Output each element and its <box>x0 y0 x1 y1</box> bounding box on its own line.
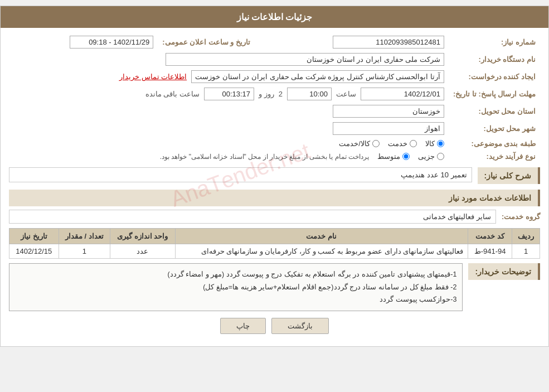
process-jozii-option[interactable]: جزیی <box>418 152 444 161</box>
col-unit: واحد اندازه گیری <box>110 229 176 244</box>
buyer-note-line: 2- فقط مبلغ کل در سامانه ستاد درج گردد(ج… <box>15 281 456 294</box>
cell-row: 1 <box>512 244 540 259</box>
announce-value: 1402/11/29 - 09:18 <box>70 36 153 49</box>
buyer-notes-box: 1-قیمتهای پیشنهادی تامین کننده در برگه ا… <box>9 263 463 311</box>
category-label: طبقه بندی موضوعی: <box>449 137 540 150</box>
buyer-notes-section: توضيحات خريدار: 1-قیمتهای پیشنهادی تامین… <box>9 263 540 311</box>
remaining-time: 00:13:17 <box>204 88 254 100</box>
buyer-note-line: 1-قیمتهای پیشنهادی تامین کننده در برگه ا… <box>15 268 456 281</box>
city-value: اهواز <box>333 122 444 135</box>
deadline-time: 10:00 <box>287 88 332 100</box>
remaining-label: ساعت باقی مانده <box>145 90 200 98</box>
page-title: جزئيات اطلاعات نياز <box>237 12 313 22</box>
buyer-note-line: 3-حوازکسب پیوست گردد <box>15 293 456 306</box>
page-header: جزئيات اطلاعات نياز <box>1 6 548 28</box>
cell-code: 941-94-ط <box>468 244 512 259</box>
creator-value: آرتا ابوالحسنی کارشناس کنترل پروژه شرکت … <box>191 70 444 83</box>
cell-name: فعالیتهای سازمانهای دارای عضو مربوط به ک… <box>175 244 468 259</box>
days-value: 2 <box>279 90 283 98</box>
back-button[interactable]: بازگشت <box>271 318 329 334</box>
info-table: شماره نياز: 1102093985012481 تاریخ و ساع… <box>9 33 540 163</box>
creator-label: ایجاد کننده درخواست: <box>449 68 540 85</box>
buyer-notes-label: توضيحات خريدار: <box>468 263 540 280</box>
cell-date: 1402/12/15 <box>9 244 59 259</box>
process-note: پرداخت تمام یا بخشی از مبلغ خریدار از مح… <box>160 153 369 161</box>
request-number-value: 1102093985012481 <box>333 36 444 49</box>
buyer-org-label: نام دستگاه خريدار: <box>449 51 540 68</box>
description-box: AnaТender.net تعمیر 10 عدد هندیمپ <box>9 167 472 182</box>
col-code: کد خدمت <box>468 229 512 244</box>
description-value: تعمیر 10 عدد هندیمپ <box>401 171 467 179</box>
cell-unit: عدد <box>110 244 176 259</box>
table-row: 1 941-94-ط فعالیتهای سازمانهای دارای عضو… <box>9 244 540 259</box>
col-qty: تعداد / مقدار <box>59 229 110 244</box>
deadline-date: 1402/12/01 <box>361 88 444 100</box>
creator-contact-link[interactable]: اطلاعات تماس خریدار <box>119 72 187 81</box>
col-name: نام خدمت <box>175 229 468 244</box>
services-table: ردیف کد خدمت نام خدمت واحد اندازه گیری ت… <box>9 228 540 259</box>
province-value: خوزستان <box>333 105 444 118</box>
service-group-value: سایر فعالیتهای خدماتی <box>9 210 496 224</box>
services-section-header: اطلاعات خدمات مورد نياز <box>9 190 540 206</box>
process-label: نوع فرآیند خرید: <box>449 150 540 163</box>
print-button[interactable]: چاپ <box>220 318 266 334</box>
cell-qty: 1 <box>59 244 110 259</box>
request-number-label: شماره نياز: <box>449 33 540 51</box>
process-motavasset-option[interactable]: متوسط <box>377 152 410 161</box>
button-row: بازگشت چاپ <box>9 318 540 334</box>
description-label: شرح کلی نياز: <box>478 167 540 184</box>
description-section: شرح کلی نياز: AnaТender.net تعمیر 10 عدد… <box>9 167 540 184</box>
col-row: ردیف <box>512 229 540 244</box>
province-label: استان محل تحویل: <box>449 103 540 120</box>
city-label: شهر محل تحویل: <box>449 120 540 137</box>
response-deadline-label: مهلت ارسال پاسخ: تا تاریخ: <box>449 85 540 103</box>
category-kala-khedmat-option[interactable]: کالا/خدمت <box>339 139 380 148</box>
announce-label: تاریخ و ساعت اعلان عمومی: <box>158 33 255 51</box>
category-khedmat-option[interactable]: خدمت <box>388 139 417 148</box>
time-label: ساعت <box>336 90 356 98</box>
days-label: روز و <box>259 90 274 98</box>
service-group-row: گروه خدمت: سایر فعالیتهای خدماتی <box>9 210 540 224</box>
service-group-label: گروه خدمت: <box>502 212 540 221</box>
col-date: تاریخ نياز <box>9 229 59 244</box>
category-kala-option[interactable]: کالا <box>425 139 444 148</box>
buyer-org-value: شرکت ملی حفاری ایران در استان خوزستان <box>166 53 444 66</box>
